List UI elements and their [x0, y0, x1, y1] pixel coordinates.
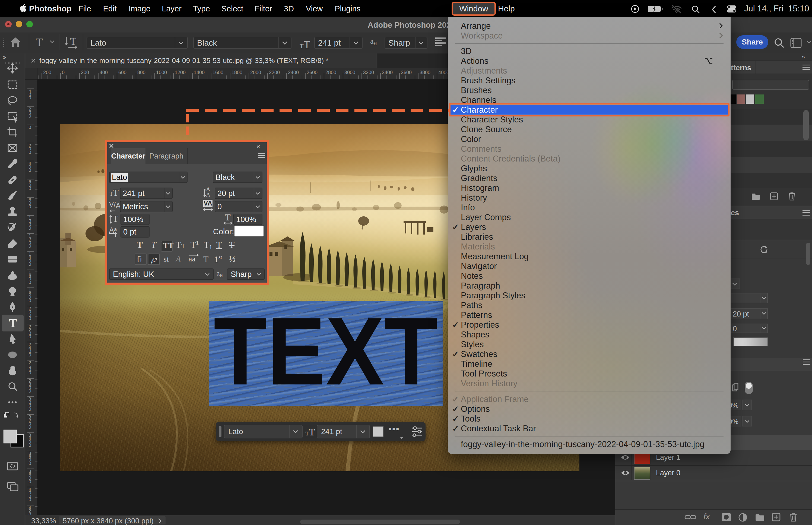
svg-text:T: T — [9, 316, 17, 330]
